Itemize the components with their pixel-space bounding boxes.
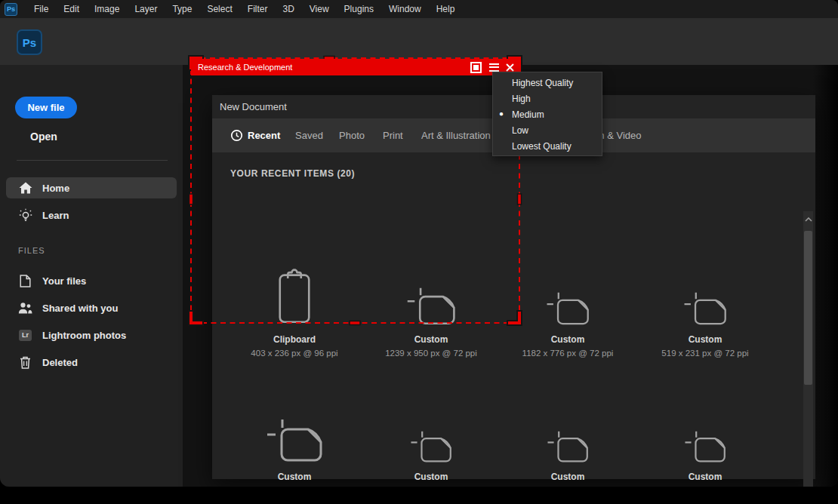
close-icon xyxy=(506,63,514,72)
sidebar-item-learn[interactable]: Learn xyxy=(6,204,177,226)
menu-3d[interactable]: 3D xyxy=(275,0,301,18)
menu-item-low[interactable]: Low xyxy=(493,122,602,138)
sidebar-item-shared[interactable]: Shared with you xyxy=(6,297,177,318)
sidebar-item-label: Deleted xyxy=(42,357,78,368)
sidebar-item-lightroom[interactable]: Lr Lightroom photos xyxy=(6,324,177,346)
hamburger-icon xyxy=(489,63,499,65)
recent-item-card[interactable]: Custom 2560 x 1440 px @ 72 ppi xyxy=(234,395,355,487)
recent-item-name: Custom xyxy=(507,334,628,345)
menu-filter[interactable]: Filter xyxy=(240,0,276,18)
recent-item-name: Custom xyxy=(371,472,491,482)
recent-item-name: Clipboard xyxy=(234,334,355,345)
recent-item-card[interactable]: Clipboard 403 x 236 px @ 96 ppi xyxy=(234,258,355,358)
lightbulb-icon xyxy=(18,209,32,222)
menu-item-medium[interactable]: ● Medium xyxy=(493,106,602,122)
menu-item-label: High xyxy=(512,94,531,104)
new-file-button[interactable]: New file xyxy=(15,97,77,118)
recent-item-dims: 403 x 236 px @ 96 ppi xyxy=(234,349,355,358)
tab-label: Photo xyxy=(339,130,365,141)
menu-view[interactable]: View xyxy=(302,0,337,18)
recent-item-card[interactable]: Custom 956 x 504 px @ 72 ppi xyxy=(645,395,766,487)
tab-art-illustration[interactable]: Art & Illustration xyxy=(421,118,491,152)
menu-item-lowest-quality[interactable]: Lowest Quality xyxy=(493,138,602,154)
tab-recent[interactable]: Recent xyxy=(230,118,280,152)
menu-image[interactable]: Image xyxy=(87,0,127,18)
selected-bullet-icon: ● xyxy=(499,110,504,118)
custom-document-icon xyxy=(371,395,491,465)
menu-type[interactable]: Type xyxy=(165,0,199,18)
menu-edit[interactable]: Edit xyxy=(56,0,87,18)
custom-document-icon xyxy=(234,395,355,465)
tab-label: Saved xyxy=(295,130,323,141)
file-icon xyxy=(18,275,32,287)
menu-bar: Ps File Edit Image Layer Type Select Fil… xyxy=(0,0,838,18)
recent-item-card[interactable]: Custom 1239 x 950 px @ 72 ppi xyxy=(371,258,491,358)
menu-item-label: Lowest Quality xyxy=(512,141,572,152)
custom-document-icon xyxy=(507,395,628,465)
menu-help[interactable]: Help xyxy=(429,0,463,18)
recent-item-card[interactable]: Custom 974 x 523 px @ 72 ppi xyxy=(371,395,491,487)
custom-document-icon xyxy=(371,258,491,327)
menu-item-high[interactable]: High xyxy=(493,91,602,106)
people-icon xyxy=(18,302,32,315)
sidebar-divider xyxy=(17,160,168,161)
recent-item-dims: 519 x 231 px @ 72 ppi xyxy=(645,349,766,358)
sidebar: New file Open Home Learn F xyxy=(0,65,183,487)
sidebar-item-deleted[interactable]: Deleted xyxy=(6,352,177,373)
tab-saved[interactable]: Saved xyxy=(295,118,323,152)
sidebar-item-label: Home xyxy=(42,183,69,194)
recent-item-dims: 956 x 508 px @ 72 ppi xyxy=(507,486,628,487)
scroll-up-button[interactable] xyxy=(803,214,813,225)
tab-print[interactable]: Print xyxy=(383,118,403,152)
dialog-title: New Document xyxy=(220,101,287,112)
trash-icon xyxy=(18,356,32,369)
recent-item-name: Custom xyxy=(645,472,766,482)
ps-menubar-icon: Ps xyxy=(5,3,17,16)
menu-file[interactable]: File xyxy=(26,0,56,18)
capture-titlebar[interactable]: Research & Development xyxy=(191,59,521,75)
recent-item-dims: 956 x 504 px @ 72 ppi xyxy=(645,486,766,487)
tab-photo[interactable]: Photo xyxy=(339,118,365,152)
menu-plugins[interactable]: Plugins xyxy=(337,0,381,18)
screen: Ps File Edit Image Layer Type Select Fil… xyxy=(0,0,838,504)
open-button[interactable]: Open xyxy=(30,131,57,143)
tab-label: Recent xyxy=(248,130,280,141)
recent-item-dims: 1182 x 776 px @ 72 ppi xyxy=(507,349,628,358)
menu-window[interactable]: Window xyxy=(381,0,429,18)
recent-item-name: Custom xyxy=(507,472,628,482)
menu-item-label: Medium xyxy=(512,109,544,120)
photoshop-logo: Ps xyxy=(17,29,42,55)
recent-item-name: Custom xyxy=(371,334,491,345)
menu-bar-items: File Edit Image Layer Type Select Filter… xyxy=(26,0,462,18)
recent-item-card[interactable]: Custom 519 x 231 px @ 72 ppi xyxy=(645,258,766,358)
custom-document-icon xyxy=(507,258,628,327)
capture-title: Research & Development xyxy=(198,63,292,72)
recent-item-dims: 1239 x 950 px @ 72 ppi xyxy=(371,349,491,358)
tab-label: Art & Illustration xyxy=(421,130,491,141)
menu-item-label: Highest Quality xyxy=(512,78,573,88)
scrollbar-thumb[interactable] xyxy=(804,231,812,385)
sidebar-item-your-files[interactable]: Your files xyxy=(6,270,177,291)
recent-item-card[interactable]: Custom 1182 x 776 px @ 72 ppi xyxy=(507,258,628,358)
recent-item-card[interactable]: Custom 956 x 508 px @ 72 ppi xyxy=(507,395,628,487)
sidebar-item-label: Lightroom photos xyxy=(42,330,126,341)
recent-item-name: Custom xyxy=(645,334,766,345)
sidebar-item-label: Your files xyxy=(42,275,86,287)
app-header: Ps xyxy=(0,18,838,65)
sidebar-item-home[interactable]: Home xyxy=(6,177,177,198)
menu-layer[interactable]: Layer xyxy=(127,0,165,18)
tab-label: Print xyxy=(383,130,403,141)
stop-capture-button[interactable] xyxy=(470,62,482,73)
recent-item-dims: 2560 x 1440 px @ 72 ppi xyxy=(234,486,355,487)
right-shadow xyxy=(812,65,838,487)
menu-item-highest-quality[interactable]: Highest Quality xyxy=(493,75,602,91)
recent-item-name: Custom xyxy=(234,472,355,482)
lr-icon: Lr xyxy=(18,329,32,342)
clock-icon xyxy=(230,129,243,142)
recent-items-heading: YOUR RECENT ITEMS (20) xyxy=(230,168,355,179)
menu-item-label: Low xyxy=(512,125,528,136)
dialog-scrollbar[interactable] xyxy=(803,211,813,487)
custom-document-icon xyxy=(645,258,766,327)
recent-item-dims: 974 x 523 px @ 72 ppi xyxy=(371,486,491,487)
menu-select[interactable]: Select xyxy=(199,0,239,18)
